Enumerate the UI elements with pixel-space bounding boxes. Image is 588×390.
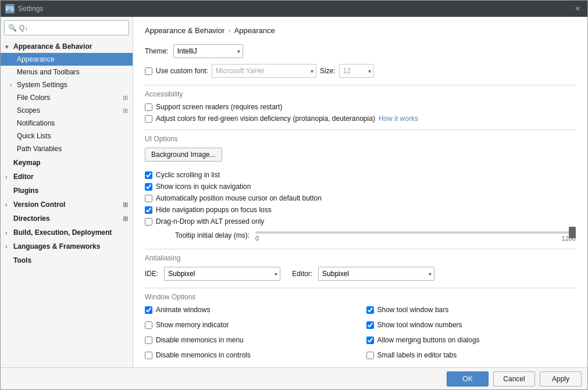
animate-windows-row: Animate windows — [145, 306, 355, 314]
expand-icon-editor: › — [5, 174, 11, 180]
auto-position-checkbox[interactable] — [145, 195, 152, 202]
show-memory-checkbox[interactable] — [145, 321, 152, 329]
sidebar-group-header-version-control[interactable]: › Version Control ⊞ — [1, 198, 133, 211]
animate-windows-checkbox[interactable] — [145, 306, 152, 314]
disable-mnemonics-menu-label[interactable]: Disable mnemonics in menu — [156, 336, 244, 344]
sidebar-item-quick-lists[interactable]: Quick Lists — [1, 130, 133, 142]
theme-dropdown[interactable]: IntelliJ — [173, 44, 243, 58]
font-dropdown[interactable]: Microsoft YaHei — [212, 64, 316, 78]
slider-min: 0 — [255, 235, 259, 242]
window-options-grid: Animate windows Show tool window bars Sh… — [145, 306, 576, 363]
show-icons-label[interactable]: Show icons in quick navigation — [156, 183, 251, 191]
adjust-colors-label[interactable]: Adjust colors for red-green vision defic… — [156, 115, 375, 123]
font-dropdown-wrapper: Microsoft YaHei — [212, 64, 316, 78]
adjust-colors-checkbox[interactable] — [145, 115, 152, 123]
allow-merging-checkbox[interactable] — [366, 337, 374, 344]
show-memory-label[interactable]: Show memory indicator — [156, 321, 229, 329]
sidebar-item-notifications[interactable]: Notifications — [1, 117, 133, 130]
drag-n-drop-row: Drag-n-Drop with ALT pressed only — [145, 217, 576, 226]
breadcrumb-arrow: › — [228, 26, 230, 35]
sidebar-group-header-build-execution[interactable]: › Build, Execution, Deployment — [1, 226, 133, 239]
disable-mnemonics-controls-label[interactable]: Disable mnemonics in controls — [156, 351, 251, 359]
show-memory-row: Show memory indicator — [145, 321, 355, 329]
custom-font-label[interactable]: Use custom font: — [156, 67, 208, 75]
tooltip-delay-slider[interactable] — [255, 231, 576, 234]
hide-navigation-checkbox[interactable] — [145, 206, 152, 214]
cancel-button[interactable]: Cancel — [493, 371, 535, 387]
drag-n-drop-label[interactable]: Drag-n-Drop with ALT pressed only — [156, 217, 264, 226]
small-labels-checkbox[interactable] — [366, 352, 374, 359]
show-tool-bars-row: Show tool window bars — [366, 306, 576, 314]
disable-mnemonics-controls-checkbox[interactable] — [145, 352, 152, 359]
sidebar-item-scopes[interactable]: Scopes ⊞ — [1, 104, 133, 117]
theme-row: Theme: IntelliJ — [145, 44, 576, 58]
group-keymap: › Keymap — [1, 156, 133, 169]
drag-n-drop-checkbox[interactable] — [145, 218, 152, 226]
show-tool-bars-label[interactable]: Show tool window bars — [377, 306, 449, 314]
sidebar-item-system-settings[interactable]: › System Settings — [1, 78, 133, 91]
sidebar-item-label-notifications: Notifications — [17, 119, 55, 127]
sidebar-item-file-colors[interactable]: File Colors ⊞ — [1, 91, 133, 104]
disable-mnemonics-menu-checkbox[interactable] — [145, 337, 152, 344]
main-content: 🔍 ▾ Appearance & Behavior Appearance — [1, 17, 587, 367]
title-bar: PS Settings ✕ — [1, 1, 587, 17]
accessibility-title: Accessibility — [145, 90, 183, 98]
sidebar-group-header-appearance-behavior[interactable]: ▾ Appearance & Behavior — [1, 40, 133, 53]
show-window-numbers-checkbox[interactable] — [366, 321, 374, 329]
screen-readers-label[interactable]: Support screen readers (requires restart… — [156, 103, 282, 111]
cyclic-scrolling-label[interactable]: Cyclic scrolling in list — [156, 171, 220, 179]
small-labels-label[interactable]: Small labels in editor tabs — [377, 351, 457, 359]
screen-readers-checkbox[interactable] — [145, 103, 152, 111]
expand-icon-languages-frameworks: › — [5, 244, 11, 250]
ok-button[interactable]: OK — [447, 371, 489, 387]
cyclic-scrolling-checkbox[interactable] — [145, 171, 152, 179]
badge-icon-directories: ⊞ — [123, 215, 128, 223]
show-icons-checkbox[interactable] — [145, 183, 152, 191]
show-tool-bars-checkbox[interactable] — [366, 306, 374, 314]
sidebar-group-header-plugins[interactable]: › Plugins — [1, 184, 133, 197]
editor-dropdown[interactable]: Subpixel — [318, 267, 434, 281]
group-plugins: › Plugins — [1, 184, 133, 197]
size-dropdown[interactable]: 12 — [339, 64, 374, 78]
background-image-button[interactable]: Background Image... — [145, 148, 222, 162]
auto-position-label[interactable]: Automatically position mouse cursor on d… — [156, 194, 322, 202]
breadcrumb-child: Appearance — [234, 26, 275, 35]
sidebar-group-header-languages-frameworks[interactable]: › Languages & Frameworks — [1, 240, 133, 253]
app-icon: PS — [5, 4, 15, 13]
ide-dropdown[interactable]: Subpixel — [164, 267, 280, 281]
allow-merging-label[interactable]: Allow merging buttons on dialogs — [377, 336, 480, 344]
ide-label: IDE: — [145, 270, 158, 278]
sidebar-group-header-directories[interactable]: › Directories ⊞ — [1, 212, 133, 225]
custom-font-checkbox[interactable] — [145, 67, 152, 75]
breadcrumb: Appearance & Behavior › Appearance — [145, 26, 576, 35]
search-box[interactable]: 🔍 — [4, 20, 129, 35]
editor-dropdown-wrapper: Subpixel — [318, 267, 434, 281]
sidebar-group-header-editor[interactable]: › Editor — [1, 170, 133, 183]
sidebar-item-label-path-variables: Path Variables — [17, 145, 62, 153]
close-button[interactable]: ✕ — [572, 3, 583, 14]
divider-accessibility — [145, 85, 576, 85]
group-editor: › Editor — [1, 170, 133, 183]
size-dropdown-wrapper: 12 — [339, 64, 374, 78]
antialiasing-title: Antialiasing — [145, 254, 180, 262]
hide-navigation-label[interactable]: Hide navigation popups on focus loss — [156, 206, 272, 214]
slider-wrapper: 0 1200 — [255, 229, 576, 242]
animate-windows-label[interactable]: Animate windows — [156, 306, 210, 314]
how-it-works-link[interactable]: How it works — [379, 115, 418, 123]
sidebar-item-path-variables[interactable]: Path Variables — [1, 142, 133, 155]
sidebar-group-header-keymap[interactable]: › Keymap — [1, 156, 133, 169]
group-label-languages-frameworks: Languages & Frameworks — [13, 242, 100, 251]
sidebar-item-label-appearance: Appearance — [17, 55, 55, 63]
group-label-directories: Directories — [13, 214, 50, 223]
sidebar-item-appearance[interactable]: Appearance — [1, 53, 133, 66]
disable-mnemonics-menu-row: Disable mnemonics in menu — [145, 336, 355, 344]
apply-button[interactable]: Apply — [540, 371, 582, 387]
small-labels-row: Small labels in editor tabs — [366, 351, 576, 359]
allow-merging-row: Allow merging buttons on dialogs — [366, 336, 576, 344]
sidebar-item-label-quick-lists: Quick Lists — [17, 132, 51, 140]
search-input[interactable] — [19, 24, 125, 32]
sidebar-item-menus-toolbars[interactable]: Menus and Toolbars — [1, 66, 133, 78]
sidebar-group-header-tools[interactable]: › Tools — [1, 254, 133, 267]
show-window-numbers-label[interactable]: Show tool window numbers — [377, 321, 462, 329]
group-build-execution: › Build, Execution, Deployment — [1, 226, 133, 239]
